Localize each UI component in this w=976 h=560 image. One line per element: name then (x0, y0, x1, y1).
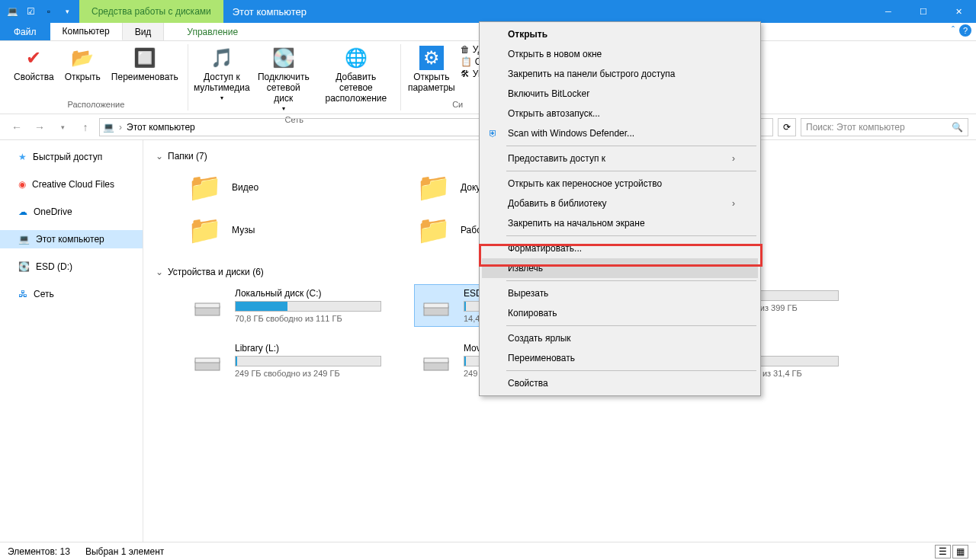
ctx-share[interactable]: Предоставить доступ к› (482, 149, 758, 168)
tab-manage[interactable]: Управление (164, 23, 261, 40)
search-input[interactable]: Поиск: Этот компьютер 🔍 (801, 118, 968, 136)
svg-rect-9 (424, 358, 448, 363)
network-icon: 🖧 (18, 289, 27, 299)
chevron-right-icon: › (732, 198, 735, 209)
quick-access-toolbar: 💻 ☑ ▫ ▾ (0, 0, 79, 23)
qat-properties-icon[interactable]: ▫ (41, 4, 56, 19)
svg-rect-7 (195, 358, 220, 363)
tab-computer[interactable]: Компьютер (50, 23, 123, 40)
title-bar: 💻 ☑ ▫ ▾ Средства работы с дисками Этот к… (0, 0, 976, 23)
details-view-button[interactable]: ☰ (935, 545, 951, 558)
map-drive-button[interactable]: 💽Подключить сетевой диск▾ (254, 44, 313, 114)
props-icon: 📋 (461, 56, 472, 67)
drive-free-text: 249 ГБ свободно из 249 ГБ (235, 369, 381, 378)
drive-icon (418, 288, 454, 318)
qat-checkbox-icon[interactable]: ☑ (23, 4, 38, 19)
chevron-right-icon: › (732, 153, 735, 164)
drive-name: Library (L:) (235, 343, 381, 354)
up-button[interactable]: ↑ (76, 118, 95, 136)
star-icon: ★ (18, 152, 27, 162)
media-icon: 🎵 (210, 46, 234, 70)
rename-icon: 🔲 (133, 46, 157, 70)
ctx-open-new-window[interactable]: Открыть в новом окне (482, 44, 758, 64)
ctx-pin-quick-access[interactable]: Закрепить на панели быстрого доступа (482, 64, 758, 84)
drive-item[interactable]: Library (L:)249 ГБ свободно из 249 ГБ (186, 340, 384, 381)
selection-count: Выбран 1 элемент (85, 546, 164, 557)
open-button[interactable]: 📂Открыть (62, 44, 104, 98)
nav-esd-drive[interactable]: 💽ESD (D:) (0, 258, 143, 276)
context-menu: Открыть Открыть в новом окне Закрепить н… (479, 21, 761, 396)
group-system-label: Си (452, 98, 463, 110)
nav-this-pc[interactable]: 💻Этот компьютер (0, 230, 143, 248)
nav-onedrive[interactable]: ☁OneDrive (0, 203, 143, 221)
drive-usage-bar (235, 356, 381, 366)
nav-network[interactable]: 🖧Сеть (0, 285, 143, 303)
drive-icon (189, 288, 226, 318)
ctx-defender[interactable]: ⛨Scan with Windows Defender... (482, 123, 758, 143)
folder-video[interactable]: 📁Видео (186, 169, 384, 206)
folder-icon: 📁 (186, 212, 223, 248)
icons-view-button[interactable]: ▦ (952, 545, 968, 558)
chevron-down-icon: ⌄ (156, 151, 163, 162)
creative-cloud-icon: ◉ (18, 179, 26, 190)
status-bar: Элементов: 13 Выбран 1 элемент ☰ ▦ (0, 542, 976, 560)
group-location-label: Расположение (68, 98, 125, 110)
minimize-button[interactable]: ─ (871, 0, 906, 23)
drive-name: Локальный диск (C:) (235, 288, 381, 299)
nav-quick-access[interactable]: ★Быстрый доступ (0, 148, 143, 166)
drive-item[interactable]: Локальный диск (C:)70,8 ГБ свободно из 1… (186, 285, 384, 326)
manage-icon: 🛠 (461, 69, 470, 79)
ctx-pin-start[interactable]: Закрепить на начальном экране (482, 213, 758, 233)
svg-rect-3 (424, 303, 448, 308)
ctx-eject[interactable]: Извлечь (482, 258, 758, 278)
svg-rect-1 (195, 303, 220, 308)
tab-view[interactable]: Вид (123, 23, 165, 40)
back-button[interactable]: ← (8, 118, 26, 136)
nav-creative-cloud[interactable]: ◉Creative Cloud Files (0, 175, 143, 194)
close-button[interactable]: ✕ (941, 0, 976, 23)
media-access-button[interactable]: 🎵Доступ к мультимедиа▾ (194, 44, 249, 114)
qat-dropdown-icon[interactable]: ▾ (59, 4, 75, 19)
ctx-rename[interactable]: Переименовать (482, 348, 758, 368)
refresh-button[interactable]: ⟳ (778, 118, 796, 136)
shield-icon: ⛨ (486, 126, 500, 140)
uninstall-icon: 🗑 (461, 44, 470, 55)
maximize-button[interactable]: ☐ (906, 0, 941, 23)
open-settings-button[interactable]: ⚙Открыть параметры (407, 44, 456, 98)
folder-music[interactable]: 📁Музы (186, 212, 384, 248)
network-location-icon: 🌐 (344, 46, 368, 70)
ctx-format[interactable]: Форматировать... (482, 238, 758, 258)
ctx-autorun[interactable]: Открыть автозапуск... (482, 104, 758, 123)
drive-icon (418, 343, 454, 373)
properties-button[interactable]: ✔Свойства (11, 44, 57, 98)
add-network-button[interactable]: 🌐Добавить сетевое расположение (318, 44, 394, 114)
rename-button[interactable]: 🔲Переименовать (108, 44, 181, 98)
recent-dropdown[interactable]: ▾ (53, 118, 72, 136)
tab-file[interactable]: Файл (0, 23, 50, 40)
folder-icon: 📁 (415, 169, 451, 206)
pc-icon: 💻 (18, 234, 30, 245)
ctx-copy[interactable]: Копировать (482, 303, 758, 323)
ctx-cut[interactable]: Вырезать (482, 283, 758, 303)
search-icon: 🔍 (952, 122, 963, 133)
collapse-ribbon-icon[interactable]: ˆ (952, 25, 955, 36)
ctx-open-portable[interactable]: Открыть как переносное устройство (482, 174, 758, 194)
this-pc-icon: 💻 (5, 4, 20, 19)
ctx-add-library[interactable]: Добавить в библиотеку› (482, 194, 758, 213)
ctx-properties[interactable]: Свойства (482, 373, 758, 393)
this-pc-icon: 💻 (103, 122, 114, 133)
folder-icon: 📁 (415, 212, 451, 248)
ctx-shortcut[interactable]: Создать ярлык (482, 328, 758, 348)
chevron-down-icon: ⌄ (156, 267, 163, 277)
help-icon[interactable]: ? (959, 24, 971, 37)
context-tab-drive-tools[interactable]: Средства работы с дисками (79, 0, 223, 23)
forward-button[interactable]: → (30, 118, 49, 136)
navigation-pane: ★Быстрый доступ ◉Creative Cloud Files ☁O… (0, 140, 143, 542)
drive-usage-bar (235, 301, 381, 312)
ctx-open[interactable]: Открыть (482, 24, 758, 44)
checkmark-icon: ✔ (21, 46, 46, 70)
drive-icon (189, 343, 226, 373)
folder-open-icon: 📂 (70, 46, 95, 70)
breadcrumb[interactable]: Этот компьютер (127, 122, 195, 133)
ctx-bitlocker[interactable]: Включить BitLocker (482, 84, 758, 104)
